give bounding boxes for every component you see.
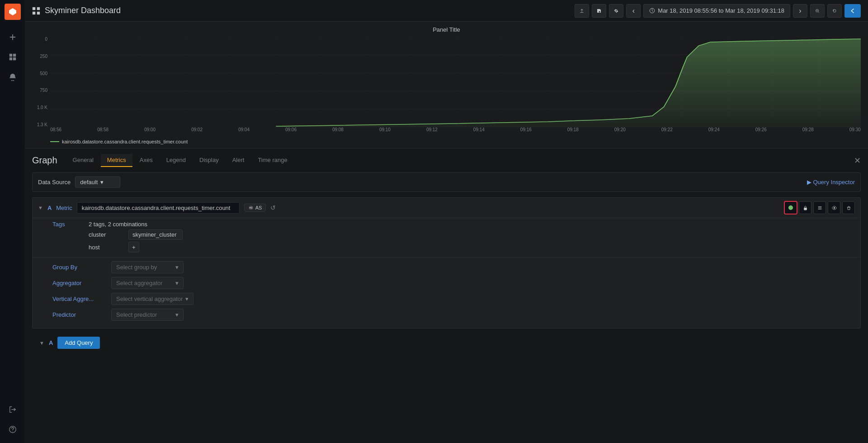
color-indicator (788, 205, 793, 210)
tag-row-host: host + (89, 242, 183, 252)
aggregator-select[interactable]: Select aggregator ▾ (111, 277, 184, 289)
page-title: Skyminer Dashboard (32, 6, 121, 15)
datasource-row: Data Source default ▾ ▶ Query Inspector (32, 172, 861, 192)
query-header: ▼ A Metric AS AS ↺ (33, 198, 860, 218)
vertical-aggr-label: Vertical Aggre... (52, 295, 107, 302)
save-button[interactable] (592, 4, 606, 18)
close-panel-button[interactable]: ✕ (854, 156, 861, 166)
svg-point-6 (12, 431, 13, 431)
sidebar-item-help[interactable] (4, 420, 22, 438)
svg-point-38 (788, 205, 793, 210)
chart-y-axis: 1.3 K 1.0 K 750 500 250 0 (32, 37, 50, 127)
add-tag-button[interactable]: + (128, 242, 139, 252)
vertical-aggr-select[interactable]: Select vertical aggregator ▾ (111, 293, 193, 305)
graph-header: Graph General Metrics Axes Legend Displa… (32, 154, 861, 167)
tag-key-host: host (89, 244, 125, 251)
query-list-button[interactable] (813, 201, 826, 214)
as-badge: AS AS (244, 204, 266, 212)
clock-icon (649, 8, 655, 14)
tags-content: 2 tags, 2 combinations cluster skyminer_… (89, 221, 183, 254)
tab-general[interactable]: General (66, 154, 100, 167)
prev-time-button[interactable]: ‹ (626, 4, 641, 18)
sidebar-item-alerts[interactable] (4, 68, 22, 86)
tab-time-range[interactable]: Time range (251, 154, 293, 167)
chart-wrapper: 1.3 K 1.0 K 750 500 250 0 (32, 37, 861, 136)
tab-alert[interactable]: Alert (226, 154, 251, 167)
svg-rect-8 (37, 7, 40, 10)
back-button[interactable] (844, 4, 861, 18)
add-query-toggle: ▼ (39, 340, 44, 346)
tags-label: Tags (52, 221, 89, 228)
svg-rect-2 (13, 54, 15, 57)
query-id: A (47, 205, 52, 211)
trash-icon (846, 205, 851, 210)
predictor-caret: ▾ (175, 311, 179, 318)
tab-display[interactable]: Display (193, 154, 225, 167)
query-delete-button[interactable] (842, 201, 855, 214)
next-time-button[interactable]: › (793, 4, 807, 18)
as-icon: AS (248, 205, 254, 210)
predictor-select[interactable]: Select predictor ▾ (111, 309, 184, 321)
aggregator-caret: ▾ (175, 280, 179, 286)
query-eye-button[interactable] (828, 201, 840, 214)
svg-text:AS: AS (249, 206, 253, 209)
refresh-button[interactable] (827, 4, 842, 18)
svg-rect-1 (9, 54, 12, 57)
tab-axes[interactable]: Axes (133, 154, 159, 167)
query-toggle[interactable]: ▼ (38, 205, 43, 210)
svg-rect-10 (37, 11, 40, 14)
datasource-select[interactable]: default ▾ (75, 176, 120, 188)
datasource-label: Data Source (38, 179, 71, 186)
sidebar-item-signin[interactable] (4, 400, 22, 419)
chart-x-axis: 08:56 08:58 09:00 09:02 09:04 09:06 09:0… (50, 127, 861, 136)
group-by-select[interactable]: Select group by ▾ (111, 261, 184, 273)
query-color-button[interactable] (784, 201, 797, 214)
query-lock-button[interactable] (799, 201, 811, 214)
aggregator-label: Aggregator (52, 280, 107, 286)
time-range-label: Mar 18, 2019 08:55:56 to Mar 18, 2019 09… (658, 7, 784, 14)
chevron-down-icon: ▾ (100, 179, 104, 186)
svg-point-40 (833, 207, 835, 208)
tab-metrics[interactable]: Metrics (101, 154, 132, 167)
tag-row-cluster: cluster skyminer_cluster (89, 229, 183, 240)
chart-title: Panel Title (32, 26, 861, 33)
zoom-out-button[interactable] (810, 4, 825, 18)
metric-input[interactable] (77, 202, 240, 214)
share-button[interactable] (575, 4, 589, 18)
topbar-actions: ‹ Mar 18, 2019 08:55:56 to Mar 18, 2019 … (575, 4, 861, 18)
add-query-button[interactable]: Add Query (57, 337, 100, 349)
predictor-label: Predictor (52, 311, 107, 318)
tags-row: Tags 2 tags, 2 combinations cluster skym… (33, 218, 860, 257)
group-by-placeholder: Select group by (116, 264, 157, 271)
eye-icon (832, 205, 837, 210)
sidebar-item-dashboards[interactable] (4, 48, 22, 66)
main-content: Skyminer Dashboard ‹ Mar 18, 2019 08:55:… (25, 0, 868, 443)
tag-key-cluster: cluster (89, 231, 125, 238)
tag-value-cluster[interactable]: skyminer_cluster (128, 229, 183, 240)
sidebar-item-add[interactable] (4, 28, 22, 46)
query-inspector-button[interactable]: ▶ Query Inspector (807, 179, 855, 186)
content-area: Panel Title 1.3 K 1.0 K 750 500 250 0 (25, 22, 868, 443)
query-action-buttons (784, 201, 855, 214)
aggregator-placeholder: Select aggregator (116, 280, 163, 286)
svg-marker-0 (9, 8, 16, 15)
tabs: General Metrics Axes Legend Display Aler… (66, 154, 294, 167)
group-by-label: Group By (52, 264, 107, 271)
chart-svg-area (50, 37, 861, 127)
svg-rect-9 (33, 11, 35, 14)
chart-container: Panel Title 1.3 K 1.0 K 750 500 250 0 (25, 22, 868, 148)
time-range-picker[interactable]: Mar 18, 2019 08:55:56 to Mar 18, 2019 09… (643, 4, 790, 18)
tab-legend[interactable]: Legend (160, 154, 192, 167)
vertical-aggr-row: Vertical Aggre... Select vertical aggreg… (52, 293, 855, 305)
settings-button[interactable] (609, 4, 623, 18)
list-icon (817, 205, 822, 210)
chart-svg (50, 37, 861, 127)
svg-rect-4 (13, 57, 15, 60)
vertical-aggr-caret: ▾ (185, 295, 189, 302)
metric-refresh-button[interactable]: ↺ (270, 204, 276, 211)
app-logo[interactable] (5, 4, 21, 20)
chart-legend: kairosdb.datastore.cassandra.client.requ… (32, 139, 861, 144)
sidebar (0, 0, 25, 443)
graph-title: Graph (32, 155, 57, 166)
tags-summary: 2 tags, 2 combinations (89, 221, 183, 228)
